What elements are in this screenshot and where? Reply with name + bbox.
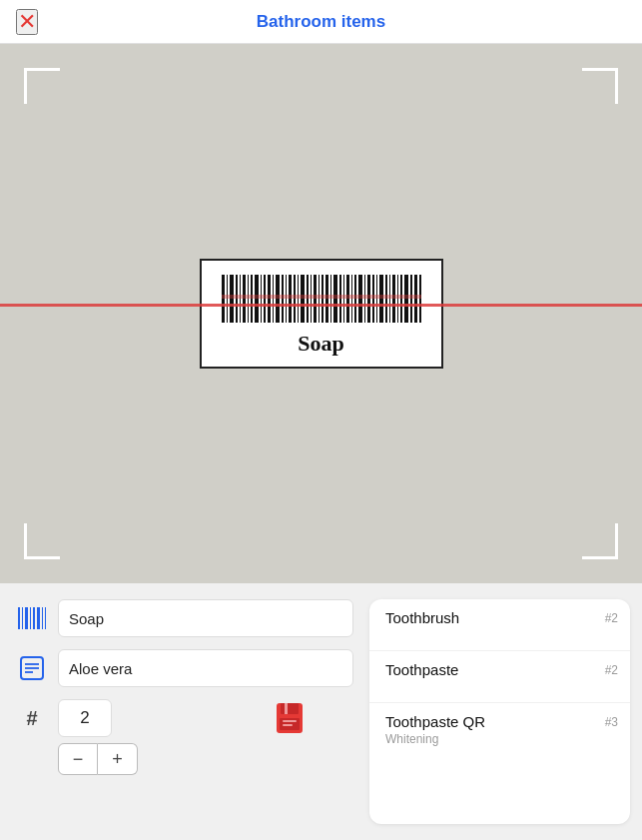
- svg-rect-53: [33, 607, 35, 629]
- quantity-section: # 2 −: [16, 699, 353, 775]
- list-item[interactable]: Toothbrush #2: [369, 599, 630, 651]
- barcode-icon: [16, 602, 48, 634]
- list-item[interactable]: Toothpaste QR #3 Whitening: [369, 703, 630, 756]
- list-item[interactable]: Toothpaste #2: [369, 651, 630, 703]
- quantity-decrease-button[interactable]: −: [58, 743, 98, 775]
- note-input[interactable]: [58, 649, 353, 687]
- barcode-product-label: Soap: [298, 331, 343, 357]
- corner-tr: [582, 68, 618, 104]
- svg-rect-52: [30, 607, 31, 629]
- svg-rect-55: [42, 607, 43, 629]
- barcode-box: Soap: [200, 259, 443, 369]
- note-row: [16, 649, 353, 687]
- barcode-row: [16, 599, 353, 637]
- save-button[interactable]: [272, 700, 308, 736]
- hash-icon: #: [16, 702, 48, 734]
- page-title: Bathroom items: [257, 12, 385, 32]
- barcode-graphic: [222, 275, 421, 323]
- svg-rect-62: [281, 703, 299, 714]
- scanned-items-list: Toothbrush #2 Toothpaste #2 Toothpaste Q…: [369, 599, 630, 824]
- svg-rect-56: [45, 607, 46, 629]
- scan-line: [0, 304, 642, 307]
- svg-rect-48: [222, 295, 421, 299]
- corner-br: [582, 523, 618, 559]
- svg-rect-51: [25, 607, 28, 629]
- barcode-input[interactable]: [58, 599, 353, 637]
- note-icon: [16, 652, 48, 684]
- header: ✕ Bathroom items: [0, 0, 642, 44]
- bottom-panel: # 2 −: [0, 583, 642, 840]
- svg-rect-66: [283, 724, 293, 726]
- svg-rect-50: [22, 607, 23, 629]
- corner-bl: [24, 523, 60, 559]
- close-button[interactable]: ✕: [16, 9, 38, 35]
- quantity-increase-button[interactable]: +: [98, 743, 138, 775]
- svg-rect-65: [283, 720, 297, 722]
- quantity-display: 2: [58, 699, 112, 737]
- svg-rect-63: [285, 703, 288, 714]
- svg-rect-54: [37, 607, 40, 629]
- camera-viewfinder: Soap: [0, 44, 642, 583]
- form-area: # 2 −: [0, 599, 369, 824]
- corner-tl: [24, 68, 60, 104]
- svg-rect-49: [18, 607, 20, 629]
